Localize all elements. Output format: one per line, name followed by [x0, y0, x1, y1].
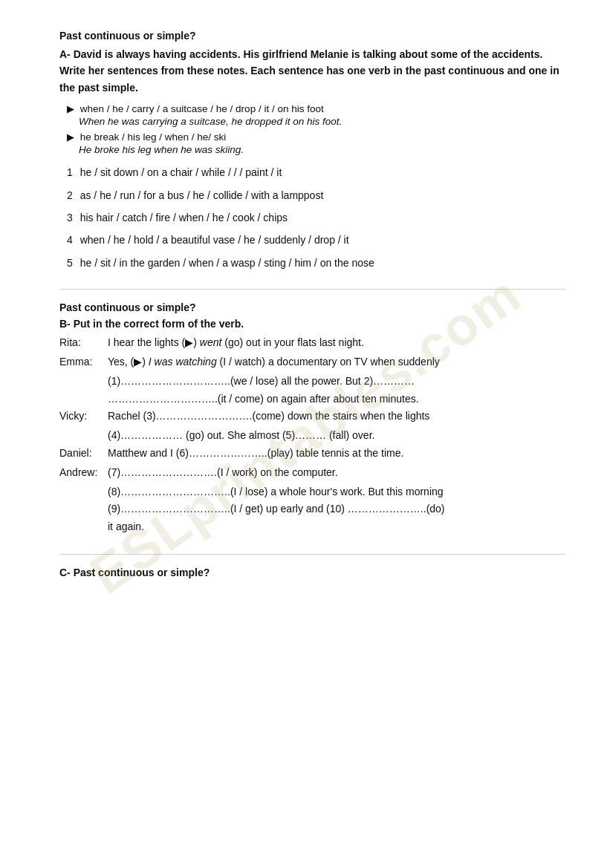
speaker-rita: Rita: — [59, 334, 108, 352]
example-2: ▶ he break / his leg / when / he/ ski He… — [67, 131, 565, 155]
vicky-text: Rachel (3)……………………….(come) down the stai… — [108, 408, 565, 425]
speaker-daniel: Daniel: — [59, 445, 108, 463]
section-a-intro: A- David is always having accidents. His… — [59, 46, 565, 96]
example-1-answer: When he was carrying a suitcase, he drop… — [79, 116, 565, 127]
dialogue-line-rita: Rita: I hear the lights (▶) went (go) ou… — [59, 334, 565, 352]
section-b: Past continuous or simple? B- Put in the… — [59, 301, 565, 536]
section-divider-2 — [59, 554, 565, 555]
arrow-icon: ▶ — [67, 103, 74, 114]
andrew-text: (7)……………………….(I / work) on the computer. — [108, 464, 565, 482]
andrew-continuation-3: it again. — [108, 518, 565, 536]
section-a-title: Past continuous or simple? — [59, 30, 565, 42]
emma-text: Yes, (▶) I was watching (I / watch) a do… — [108, 353, 565, 371]
dialogue-block: Rita: I hear the lights (▶) went (go) ou… — [59, 334, 565, 536]
andrew-continuation-2: (9)…………………………..(I / get) up early and (1… — [108, 500, 565, 518]
emma-continuation-1: (1)…………………………..(we / lose) all the power… — [108, 373, 565, 391]
exercise-item-1: 1 he / sit down / on a chair / while / /… — [67, 164, 565, 180]
exercise-list: 1 he / sit down / on a chair / while / /… — [67, 164, 565, 271]
arrow-icon-2: ▶ — [67, 131, 74, 143]
exercise-item-3: 3 his hair / catch / fire / when / he / … — [67, 209, 565, 226]
dialogue-line-emma: Emma: Yes, (▶) I was watching (I / watch… — [59, 353, 565, 371]
exercise-item-2: 2 as / he / run / for a bus / he / colli… — [67, 187, 565, 203]
example-2-answer: He broke his leg when he was skiing. — [79, 144, 565, 155]
exercise-item-4: 4 when / he / hold / a beautiful vase / … — [67, 232, 565, 248]
arrow-icon-3: ▶ — [185, 336, 193, 348]
dialogue-line-vicky: Vicky: Rachel (3)……………………….(come) down t… — [59, 408, 565, 425]
daniel-text: Matthew and I (6)…………………..(play) table t… — [108, 445, 565, 463]
dialogue-line-daniel: Daniel: Matthew and I (6)…………………..(play)… — [59, 445, 565, 463]
speaker-vicky: Vicky: — [59, 408, 108, 425]
section-c-title: C- Past continuous or simple? — [59, 567, 565, 578]
section-c: C- Past continuous or simple? — [59, 567, 565, 578]
section-divider — [59, 289, 565, 290]
example-1-prompt: ▶ when / he / carry / a suitcase / he / … — [67, 103, 565, 114]
section-a: Past continuous or simple? A- David is a… — [59, 30, 565, 271]
example-2-prompt: ▶ he break / his leg / when / he/ ski — [67, 131, 565, 143]
section-b-title: B- Put in the correct form of the verb. — [59, 318, 565, 330]
speaker-andrew: Andrew: — [59, 464, 108, 482]
andrew-continuation-1: (8)…………………………..(I / lose) a whole hour's… — [108, 483, 565, 501]
vicky-continuation: (4)……………… (go) out. She almost (5)……… (f… — [108, 427, 565, 445]
section-b-title-top: Past continuous or simple? — [59, 301, 565, 313]
exercise-item-5: 5 he / sit / in the garden / when / a wa… — [67, 255, 565, 271]
dialogue-line-andrew: Andrew: (7)……………………….(I / work) on the c… — [59, 464, 565, 482]
rita-text: I hear the lights (▶) went (go) out in y… — [108, 334, 565, 352]
emma-continuation-2: …………………………..(it / come) on again after a… — [108, 391, 565, 408]
speaker-emma: Emma: — [59, 353, 108, 371]
example-1: ▶ when / he / carry / a suitcase / he / … — [67, 103, 565, 127]
arrow-icon-4: ▶ — [134, 356, 142, 368]
